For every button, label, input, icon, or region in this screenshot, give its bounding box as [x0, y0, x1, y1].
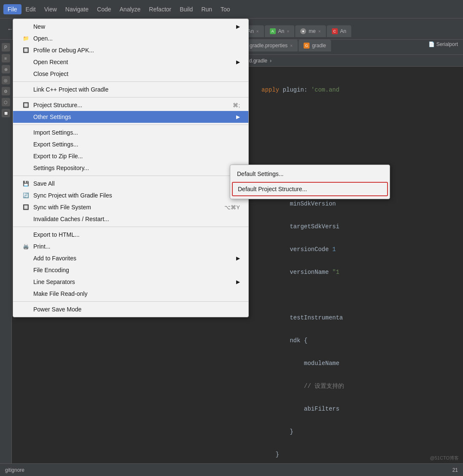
menu-open-recent-label: Open Recent [33, 59, 232, 65]
menu-open-recent[interactable]: Open Recent ▶ [13, 56, 248, 68]
menu-item-edit[interactable]: Edit [22, 4, 40, 14]
menu-export-zip[interactable]: Export to Zip File... [13, 150, 248, 162]
gradle-label: gradle [312, 43, 326, 49]
sidebar-icon-1[interactable]: P [2, 43, 10, 51]
menu-item-view[interactable]: View [40, 4, 61, 14]
code-line-11: testInstrumenta [261, 313, 455, 322]
gradle-props-label: gradle.properties [250, 43, 288, 49]
menu-new[interactable]: New ▶ [13, 21, 248, 32]
sidebar-icon-5[interactable]: ⚙ [2, 87, 10, 95]
menu-import-settings-label: Import Settings... [33, 129, 240, 136]
menu-item-navigate[interactable]: Navigate [61, 4, 93, 14]
menu-open-recent-arrow: ▶ [236, 59, 240, 65]
menu-item-build[interactable]: Build [175, 4, 197, 14]
submenu-default-settings[interactable]: Default Settings... [230, 167, 390, 181]
menu-item-too[interactable]: Too [216, 4, 234, 14]
menu-sync-gradle-icon: 🔄 [22, 192, 30, 199]
menu-export-settings[interactable]: Export Settings... [13, 138, 248, 150]
tab-an-2[interactable]: A An × [265, 25, 295, 37]
code-line-6: minSdkVersion [261, 199, 455, 208]
status-line-number: 21 [452, 467, 458, 473]
menu-sync-filesystem-icon: 🔲 [22, 204, 30, 211]
tab-me-close[interactable]: × [318, 29, 321, 34]
menu-link-cpp[interactable]: Link C++ Project with Gradle [13, 84, 248, 95]
sidebar-icon-3[interactable]: ⊕ [2, 65, 10, 73]
sidebar-icon-7[interactable]: 🔲 [2, 109, 10, 117]
menu-settings-repo-label: Settings Repository... [33, 165, 240, 171]
tab-an-3-icon: C [332, 28, 338, 34]
menu-close-project[interactable]: Close Project [13, 68, 248, 80]
tab-me-icon: ● [300, 28, 306, 34]
menu-add-favorites-label: Add to Favorites [33, 255, 232, 262]
code-line-2 [261, 108, 455, 117]
menu-sync-filesystem[interactable]: 🔲 Sync with File System ⌥⌘Y [13, 201, 248, 213]
menu-other-settings[interactable]: Other Settings ▶ [13, 111, 248, 123]
tab-an-2-icon: A [270, 28, 276, 34]
submenu-default-project-structure-label: Default Project Structure... [238, 186, 307, 192]
menu-add-favorites[interactable]: Add to Favorites ▶ [13, 252, 248, 264]
menu-power-save-label: Power Save Mode [33, 306, 240, 313]
menu-line-separators[interactable]: Line Separators ▶ [13, 276, 248, 288]
tab-an-2-close[interactable]: × [287, 29, 289, 34]
sidebar-strip: P ≡ ⊕ ◎ ⚙ ⬡ 🔲 [0, 40, 12, 463]
menu-import-settings[interactable]: Import Settings... [13, 127, 248, 138]
serialport-tab[interactable]: 📄 Serialport [423, 40, 463, 49]
menu-save-all[interactable]: 💾 Save All ⌘S [13, 178, 248, 189]
tab-an-1-close[interactable]: × [256, 29, 259, 34]
separator-3 [13, 124, 248, 125]
menu-item-refactor[interactable]: Refactor [145, 4, 175, 14]
menu-item-run[interactable]: Run [197, 4, 216, 14]
submenu-default-project-structure[interactable]: Default Project Structure... [232, 182, 388, 196]
sidebar-icon-6[interactable]: ⬡ [2, 98, 10, 106]
menu-link-cpp-icon [22, 86, 30, 93]
menu-line-separators-icon [22, 279, 30, 285]
menu-export-html[interactable]: Export to HTML... [13, 229, 248, 241]
serialport-label: Serialport [436, 41, 458, 47]
menu-export-html-label: Export to HTML... [33, 231, 240, 238]
menu-item-code[interactable]: Code [93, 4, 115, 14]
code-line-16: } [261, 427, 455, 436]
separator-2 [13, 97, 248, 97]
gradle-icon: G [304, 43, 310, 49]
sidebar-icon-4[interactable]: ◎ [2, 76, 10, 84]
menu-power-save[interactable]: Power Save Mode [13, 303, 248, 315]
menu-file-encoding-label: File Encoding [33, 267, 240, 273]
menu-new-label: New [33, 23, 232, 30]
menu-sync-gradle[interactable]: 🔄 Sync Project with Gradle Files [13, 189, 248, 201]
menu-invalidate-caches[interactable]: Invalidate Caches / Restart... [13, 213, 248, 225]
menu-link-cpp-label: Link C++ Project with Gradle [33, 86, 240, 93]
menu-new-icon [22, 23, 30, 30]
breadcrumb-arrow: › [270, 58, 272, 64]
menu-profile-icon: 🔲 [22, 47, 30, 54]
menu-export-settings-label: Export Settings... [33, 141, 240, 148]
menu-sync-gradle-label: Sync Project with Gradle Files [33, 192, 240, 199]
menu-file-encoding-icon [22, 267, 30, 273]
tab-me[interactable]: ● me × [295, 25, 326, 37]
menu-print-icon: 🖨️ [22, 243, 30, 250]
code-editor[interactable]: apply plugin: 'com.and defaultConfig { m… [236, 67, 463, 463]
menu-add-favorites-icon [22, 255, 30, 262]
menu-print[interactable]: 🖨️ Print... [13, 241, 248, 252]
submenu-default-settings-label: Default Settings... [237, 170, 284, 177]
separator-4 [13, 176, 248, 176]
menu-sync-filesystem-label: Sync with File System [33, 204, 207, 211]
menu-make-readonly[interactable]: Make File Read-only [13, 288, 248, 300]
menu-item-file[interactable]: File [3, 4, 22, 14]
gradle-props-close[interactable]: × [290, 43, 293, 48]
menu-line-separators-arrow: ▶ [236, 279, 240, 285]
other-settings-submenu: Default Settings... Default Project Stru… [230, 165, 390, 199]
menu-make-readonly-label: Make File Read-only [33, 290, 240, 297]
menu-settings-repo[interactable]: Settings Repository... [13, 162, 248, 174]
tab-an-3[interactable]: C An [327, 25, 352, 37]
tab-gradle[interactable]: G gradle [299, 40, 331, 51]
code-line-14: // 设置支持的 [261, 381, 455, 391]
status-bar: gitignore 21 [0, 463, 463, 476]
menu-bar: File Edit View Navigate Code Analyze Ref… [0, 0, 463, 19]
menu-item-analyze[interactable]: Analyze [116, 4, 145, 14]
menu-profile-debug[interactable]: 🔲 Profile or Debug APK... [13, 44, 248, 56]
menu-open[interactable]: 📁 Open... [13, 32, 248, 44]
menu-project-structure[interactable]: 🔲 Project Structure... ⌘; [13, 99, 248, 111]
sidebar-icon-2[interactable]: ≡ [2, 54, 10, 62]
menu-export-zip-icon [22, 153, 30, 160]
menu-file-encoding[interactable]: File Encoding [13, 264, 248, 276]
